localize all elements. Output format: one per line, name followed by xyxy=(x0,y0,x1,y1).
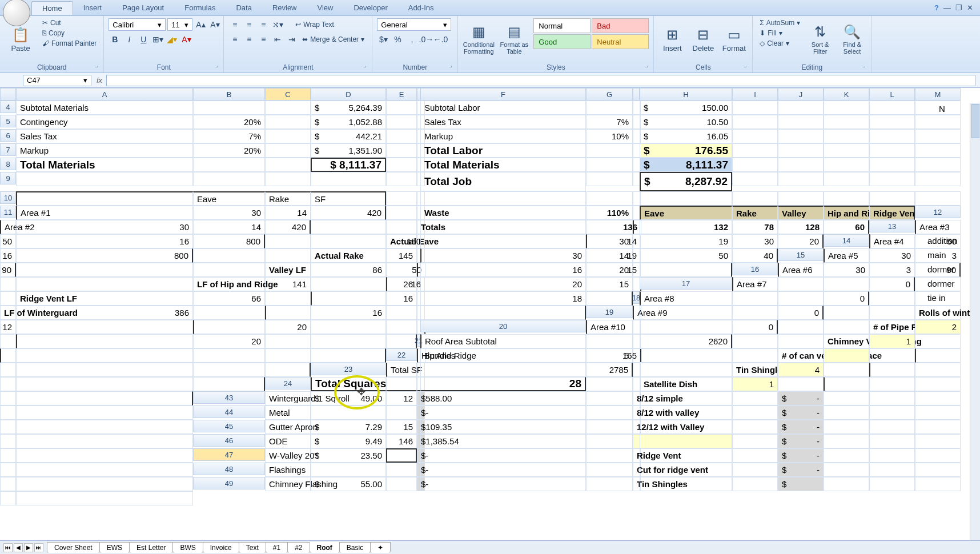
italic-button[interactable]: I xyxy=(123,33,135,46)
cell[interactable]: 14 xyxy=(193,220,265,234)
wrap-text-button[interactable]: ↩Wrap Text xyxy=(293,18,336,31)
cell[interactable]: Winterguard 1 Sq roll xyxy=(265,391,311,406)
col-header[interactable]: F xyxy=(420,88,586,101)
cell[interactable] xyxy=(778,158,824,172)
cell[interactable] xyxy=(915,348,961,363)
cell[interactable]: 30 xyxy=(869,248,915,263)
cell[interactable] xyxy=(732,101,778,115)
cell[interactable]: Total Labor xyxy=(420,143,586,158)
cell[interactable] xyxy=(869,434,915,448)
cell[interactable]: 800 xyxy=(16,248,193,263)
cell[interactable] xyxy=(778,115,824,129)
cell[interactable] xyxy=(869,406,915,420)
cell[interactable] xyxy=(732,334,778,348)
cell[interactable]: Markup xyxy=(420,129,586,143)
cell[interactable]: $5,264.39 xyxy=(311,101,386,115)
cell[interactable]: 16 xyxy=(386,291,417,306)
cell[interactable] xyxy=(778,191,824,206)
cell[interactable] xyxy=(386,463,417,477)
cell[interactable] xyxy=(265,234,311,248)
cell[interactable]: Sales Tax xyxy=(420,115,586,129)
cell[interactable] xyxy=(824,306,869,320)
cell[interactable]: 132 xyxy=(640,220,732,234)
cell[interactable]: 1 xyxy=(732,377,778,391)
cell[interactable]: Area #5 xyxy=(824,248,869,263)
sheet-nav-prev[interactable]: ◀ xyxy=(14,543,23,552)
cell[interactable] xyxy=(915,377,961,391)
row-header[interactable]: 9 xyxy=(0,172,16,184)
cell[interactable]: $7.29 xyxy=(311,420,386,434)
cell[interactable] xyxy=(640,306,732,320)
cell[interactable]: dormer xyxy=(927,279,955,288)
orientation-button[interactable]: ⤭▾ xyxy=(271,18,284,31)
formula-input[interactable] xyxy=(106,75,975,86)
cell[interactable]: 16 xyxy=(16,234,193,248)
vertical-scrollbar[interactable] xyxy=(970,103,980,540)
cell[interactable]: 20 xyxy=(420,277,586,291)
cell[interactable] xyxy=(0,277,16,291)
cell[interactable] xyxy=(732,348,778,363)
cell[interactable] xyxy=(640,448,732,463)
cell[interactable] xyxy=(732,406,778,420)
cell[interactable] xyxy=(778,334,824,348)
cell[interactable] xyxy=(193,377,265,391)
cell[interactable] xyxy=(915,477,961,491)
cell[interactable]: Tin Shingle areas xyxy=(732,363,778,377)
percent-button[interactable]: % xyxy=(391,33,404,46)
cell[interactable] xyxy=(732,143,778,158)
cell[interactable]: 386 xyxy=(16,306,193,320)
comma-button[interactable]: , xyxy=(405,33,418,46)
cell[interactable] xyxy=(640,191,732,206)
restore-icon[interactable]: ❐ xyxy=(955,3,962,12)
cell[interactable] xyxy=(869,172,915,186)
cell[interactable] xyxy=(265,363,311,377)
cell[interactable] xyxy=(420,448,586,463)
cell[interactable] xyxy=(586,391,633,406)
cell[interactable]: Markup xyxy=(16,143,193,158)
conditional-formatting-button[interactable]: ▦Conditional Formatting xyxy=(463,18,495,59)
cell[interactable] xyxy=(16,448,193,463)
sheet-tab[interactable]: Basic xyxy=(339,542,371,553)
cell[interactable] xyxy=(640,463,732,477)
cell[interactable] xyxy=(732,463,778,477)
cell[interactable]: Eave xyxy=(193,191,265,206)
cell[interactable] xyxy=(915,434,961,448)
cell[interactable]: Subtotal Labor xyxy=(420,101,586,115)
sheet-nav-next[interactable]: ▶ xyxy=(24,543,33,552)
cell[interactable]: $23.50 xyxy=(311,448,386,463)
cell[interactable] xyxy=(420,306,586,320)
shrink-font-button[interactable]: A▾ xyxy=(208,18,221,31)
col-header[interactable]: I xyxy=(732,88,778,101)
grow-font-button[interactable]: A▴ xyxy=(194,18,207,31)
cell[interactable]: Gutter Apron xyxy=(265,420,311,434)
cell[interactable]: Area #8 xyxy=(640,291,732,306)
cell[interactable] xyxy=(869,363,915,377)
cell[interactable] xyxy=(16,377,193,391)
cell[interactable]: 141 xyxy=(265,277,311,291)
cell[interactable] xyxy=(732,420,778,434)
cell[interactable] xyxy=(915,448,961,463)
cell[interactable] xyxy=(732,434,778,448)
cell[interactable] xyxy=(420,477,586,491)
cell[interactable]: $ xyxy=(778,477,824,491)
cell[interactable] xyxy=(586,448,633,463)
cell[interactable] xyxy=(0,434,16,448)
cell[interactable] xyxy=(586,434,633,448)
sheet-tab[interactable]: Cover Sheet xyxy=(47,542,100,553)
cell[interactable]: 28 xyxy=(420,377,586,391)
cell[interactable] xyxy=(586,406,633,420)
cell[interactable] xyxy=(824,277,869,291)
cell[interactable]: Rolls of winterguard xyxy=(915,306,961,320)
cell[interactable] xyxy=(265,334,311,348)
cell[interactable]: 60 xyxy=(824,220,869,234)
cell[interactable] xyxy=(640,406,732,420)
align-right-button[interactable]: ≡ xyxy=(257,33,270,46)
cell[interactable]: 50 xyxy=(0,234,16,248)
row-header[interactable]: 24 xyxy=(265,377,311,390)
style-neutral[interactable]: Neutral xyxy=(592,34,649,49)
cell[interactable]: $- xyxy=(778,391,824,406)
cell[interactable]: 1 xyxy=(869,334,915,348)
cell[interactable] xyxy=(16,348,193,363)
cell[interactable] xyxy=(586,463,633,477)
merge-center-button[interactable]: ⬌Merge & Center▾ xyxy=(300,33,367,46)
